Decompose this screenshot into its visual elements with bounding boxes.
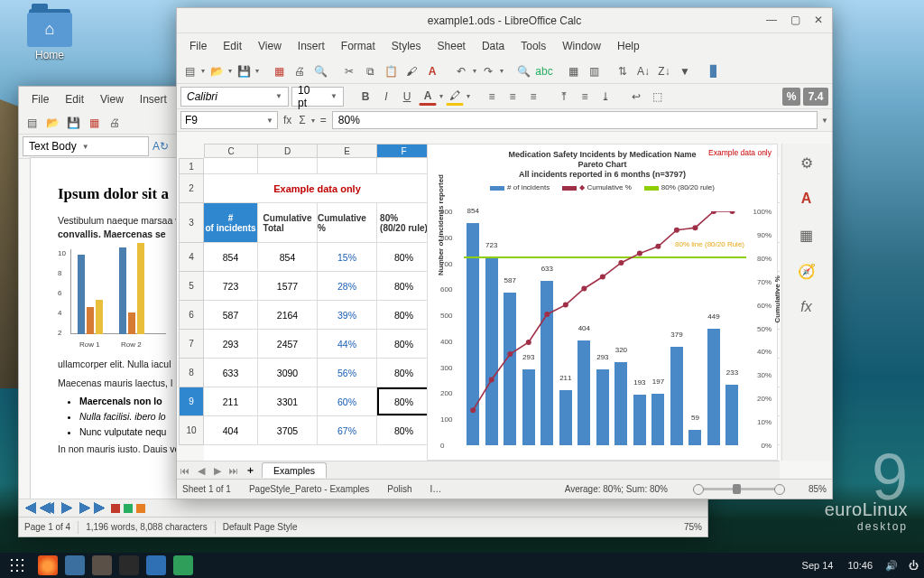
redo-icon[interactable]: ↷ xyxy=(479,62,497,80)
underline-icon[interactable]: U xyxy=(398,88,416,106)
tab-add-icon[interactable]: ＋ xyxy=(242,464,258,477)
writer-menu-edit[interactable]: Edit xyxy=(58,90,91,108)
open-icon[interactable]: 📂 xyxy=(43,114,61,132)
writer-menu-view[interactable]: View xyxy=(93,90,131,108)
volume-icon[interactable]: 🔊 xyxy=(885,560,898,572)
chart-icon[interactable]: ▊ xyxy=(705,62,723,80)
taskbar-writer-icon[interactable] xyxy=(146,555,166,575)
row-header-9[interactable]: 9 xyxy=(179,387,204,416)
undo-icon[interactable]: ↶ xyxy=(452,62,470,80)
row-icon[interactable]: ▦ xyxy=(564,62,582,80)
calc-menu-help[interactable]: Help xyxy=(610,37,647,55)
align-right-icon[interactable]: ≡ xyxy=(524,88,542,106)
font-name-select[interactable]: Calibri▼ xyxy=(180,87,289,107)
font-color-icon[interactable]: A xyxy=(419,88,437,106)
bold-icon[interactable]: B xyxy=(356,88,374,106)
close-button[interactable]: ✕ xyxy=(810,12,827,28)
align-left-icon[interactable]: ≡ xyxy=(483,88,501,106)
zoom-slider[interactable] xyxy=(698,488,780,490)
calc-menu-sheet[interactable]: Sheet xyxy=(430,37,473,55)
taskbar-files-icon[interactable] xyxy=(65,555,85,575)
open-icon[interactable]: 📂 xyxy=(208,62,226,80)
wrap-icon[interactable]: ↩ xyxy=(627,88,645,106)
calc-menu-window[interactable]: Window xyxy=(555,37,608,55)
pareto-chart[interactable]: Example data only Medication Safety Inci… xyxy=(427,144,778,461)
nav-first-icon[interactable]: ⯇⯇ xyxy=(24,501,39,516)
status-zoom[interactable]: 75% xyxy=(684,522,702,532)
find-icon[interactable]: 🔍 xyxy=(514,62,532,80)
nav-green-icon[interactable] xyxy=(124,504,133,513)
sidebar-gallery-icon[interactable]: ▦ xyxy=(797,225,817,245)
percent-format-icon[interactable]: % xyxy=(782,88,800,106)
export-pdf-icon[interactable]: ▦ xyxy=(85,114,103,132)
save-icon[interactable]: 💾 xyxy=(64,114,82,132)
sidebar-styles-icon[interactable]: A xyxy=(797,189,817,209)
valign-bot-icon[interactable]: ⤓ xyxy=(596,88,614,106)
paragraph-style-select[interactable]: Text Body▼ xyxy=(23,136,149,156)
calc-menu-data[interactable]: Data xyxy=(475,37,512,55)
writer-menu-file[interactable]: File xyxy=(24,90,56,108)
number-format-icon[interactable]: 7.4 xyxy=(803,88,828,106)
valign-mid-icon[interactable]: ≡ xyxy=(576,88,594,106)
tab-next-icon[interactable]: ▶ xyxy=(209,465,226,476)
clone-format-icon[interactable]: 🖌 xyxy=(402,62,420,80)
fx-icon[interactable]: fx xyxy=(282,114,293,126)
sort-za-icon[interactable]: Z↓ xyxy=(655,62,673,80)
align-center-icon[interactable]: ≡ xyxy=(504,88,522,106)
col-header-F[interactable]: F xyxy=(377,144,431,158)
row-header-6[interactable]: 6 xyxy=(179,301,204,330)
calc-menu-insert[interactable]: Insert xyxy=(291,37,332,55)
sidebar-navigator-icon[interactable]: 🧭 xyxy=(797,261,817,281)
font-size-select[interactable]: 10 pt▼ xyxy=(291,87,344,107)
sort-asc-icon[interactable]: ⇅ xyxy=(614,62,632,80)
col-icon[interactable]: ▥ xyxy=(585,62,603,80)
italic-icon[interactable]: I xyxy=(377,88,395,106)
calc-menu-edit[interactable]: Edit xyxy=(216,37,249,55)
print-icon[interactable]: 🖨 xyxy=(106,114,124,132)
new-doc-icon[interactable]: ▤ xyxy=(23,114,41,132)
desktop-home-icon[interactable]: ⌂ Home xyxy=(18,9,81,61)
nav-prev-icon[interactable]: ⯇ xyxy=(42,501,57,516)
print-icon[interactable]: 🖨 xyxy=(291,62,309,80)
row-header-1[interactable]: 1 xyxy=(179,158,204,174)
spellcheck-icon[interactable]: abc xyxy=(535,62,553,80)
col-header-C[interactable]: C xyxy=(204,144,258,158)
nav-orange-icon[interactable] xyxy=(136,504,145,513)
sheet-area[interactable]: CDEFGHIJKLMNOP 12345678910 Example data … xyxy=(179,144,780,461)
tab-prev-icon[interactable]: ◀ xyxy=(193,465,209,476)
formula-input[interactable]: 80% xyxy=(332,111,818,129)
taskbar-firefox-icon[interactable] xyxy=(38,555,58,575)
new-icon[interactable]: ▤ xyxy=(180,62,199,80)
print-preview-icon[interactable]: 🔍 xyxy=(311,62,329,80)
autofilter-icon[interactable]: ▼ xyxy=(676,62,694,80)
status-zoom[interactable]: 85% xyxy=(808,484,827,494)
tab-first-icon[interactable]: ⏮ xyxy=(177,465,193,476)
clear-format-icon[interactable]: A xyxy=(423,62,441,80)
cell-reference-input[interactable]: F9▼ xyxy=(180,111,278,129)
sigma-icon[interactable]: Σ xyxy=(297,114,307,126)
minimize-button[interactable]: — xyxy=(763,12,780,28)
nav-red-icon[interactable] xyxy=(111,504,120,513)
writer-menu-insert[interactable]: Insert xyxy=(133,90,174,108)
row-header-10[interactable]: 10 xyxy=(179,416,204,445)
nav-last-icon[interactable]: ⯈⯈ xyxy=(79,501,93,516)
row-header-7[interactable]: 7 xyxy=(179,330,204,359)
calc-menu-view[interactable]: View xyxy=(251,37,289,55)
row-header-2[interactable]: 2 xyxy=(179,174,204,203)
row-header-5[interactable]: 5 xyxy=(179,272,204,301)
row-header-3[interactable]: 3 xyxy=(179,203,204,243)
calc-menu-file[interactable]: File xyxy=(182,37,214,55)
copy-icon[interactable]: ⧉ xyxy=(361,62,379,80)
taskbar-software-icon[interactable] xyxy=(92,555,112,575)
power-icon[interactable]: ⏻ xyxy=(909,560,919,571)
save-icon[interactable]: 💾 xyxy=(235,62,253,80)
sidebar-functions-icon[interactable]: fx xyxy=(797,297,817,317)
writer-embedded-chart[interactable]: 10 8 6 4 2 Row 1 Row 2 xyxy=(58,249,166,349)
cut-icon[interactable]: ✂ xyxy=(340,62,358,80)
equals-icon[interactable]: = xyxy=(319,114,328,126)
maximize-button[interactable]: ▢ xyxy=(787,12,803,28)
paste-icon[interactable]: 📋 xyxy=(382,62,400,80)
calc-menu-format[interactable]: Format xyxy=(334,37,383,55)
sidebar-properties-icon[interactable]: ⚙ xyxy=(797,153,817,172)
taskbar-calc-icon[interactable] xyxy=(173,555,193,575)
